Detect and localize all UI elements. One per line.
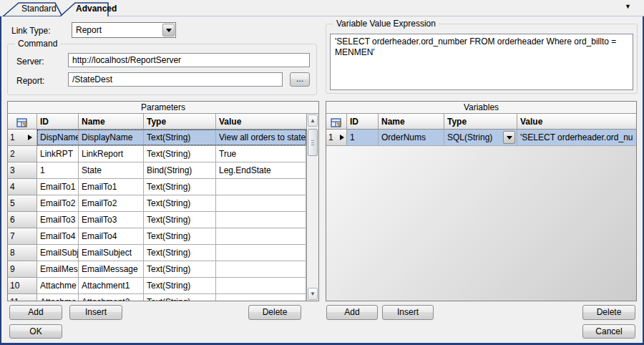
- command-group-title: Command: [15, 39, 60, 49]
- parameters-grid-title: Parameters: [8, 102, 318, 114]
- variables-add-button[interactable]: Add: [326, 305, 378, 320]
- parameters-delete-button[interactable]: Delete: [248, 305, 301, 320]
- table-row[interactable]: 1 1 OrderNums SQL(String) 'SELECT orderh…: [326, 130, 636, 146]
- table-row[interactable]: 5 EmailTo2 EmailTo2 Text(String): [8, 195, 306, 212]
- parameters-column-header-id[interactable]: ID: [37, 114, 79, 130]
- server-input[interactable]: [68, 53, 310, 67]
- scrollbar-up-button[interactable]: ▲: [308, 115, 318, 127]
- variables-corner-header[interactable]: [326, 114, 347, 130]
- variables-rows: 1 1 OrderNums SQL(String) 'SELECT orderh…: [326, 130, 636, 301]
- parameters-header-row: ID Name Type Value: [8, 114, 306, 130]
- table-row[interactable]: 10 Attachme Attachment1 Text(String): [8, 278, 306, 294]
- row-header[interactable]: 3: [8, 162, 37, 179]
- variable-type-dropdown-button[interactable]: [503, 131, 515, 144]
- variables-insert-button[interactable]: Insert: [382, 305, 434, 320]
- table-row[interactable]: 8 EmailSubj EmailSubject Text(String): [8, 245, 306, 261]
- parameters-column-header-value[interactable]: Value: [216, 114, 306, 130]
- parameters-insert-button[interactable]: Insert: [69, 305, 122, 320]
- server-label: Server:: [16, 57, 44, 67]
- parameters-rows: 1 DispName DisplayName Text(String) View…: [8, 130, 306, 301]
- table-row[interactable]: 11 Attachme Attachment2 Text(String): [8, 294, 306, 301]
- chevron-down-icon: [507, 136, 512, 140]
- current-row-arrow-icon: [28, 135, 32, 140]
- parameters-add-button[interactable]: Add: [9, 305, 62, 320]
- row-header[interactable]: 9: [8, 261, 37, 278]
- link-editor-dialog: Standard Advanced ▼ Link Type: Report Co…: [0, 0, 644, 345]
- row-header[interactable]: 7: [8, 228, 37, 245]
- variables-column-header-name[interactable]: Name: [379, 114, 444, 130]
- parameters-column-header-name[interactable]: Name: [79, 114, 144, 130]
- table-row[interactable]: 2 LinkRPT LinkReport Text(String) True: [8, 146, 306, 162]
- current-row-arrow-icon: [340, 135, 344, 140]
- variables-header-row: ID Name Type Value: [326, 114, 636, 130]
- variables-grid-title: Variables: [326, 102, 636, 114]
- variables-grid: Variables ID Name Type Value 1 1 OrderNu…: [326, 101, 637, 301]
- expression-textarea[interactable]: 'SELECT orderheader.ord_number FROM orde…: [330, 34, 633, 90]
- command-group: Command: [7, 44, 317, 95]
- tab-standard[interactable]: Standard: [21, 4, 57, 14]
- parameters-corner-header[interactable]: [8, 114, 37, 130]
- table-row[interactable]: 4 EmailTo1 EmailTo1 Text(String): [8, 179, 306, 195]
- row-header[interactable]: 10: [8, 278, 37, 294]
- ok-button[interactable]: OK: [9, 324, 62, 339]
- row-header[interactable]: 6: [8, 212, 37, 228]
- link-type-combobox[interactable]: Report: [72, 22, 176, 38]
- expression-group-title: Variable Value Expression: [333, 19, 439, 29]
- row-header[interactable]: 11: [8, 294, 37, 301]
- table-icon: [16, 118, 29, 128]
- parameters-vertical-scrollbar[interactable]: ▲ ▼: [306, 114, 318, 301]
- chevron-down-icon[interactable]: ▼: [625, 3, 631, 10]
- variables-column-header-type[interactable]: Type: [444, 114, 517, 130]
- variables-column-header-id[interactable]: ID: [347, 114, 379, 130]
- parameters-grid: Parameters ID Name Type Value 1 DispName…: [7, 101, 319, 301]
- row-header[interactable]: 1: [8, 130, 37, 146]
- table-row[interactable]: 6 EmailTo3 EmailTo3 Text(String): [8, 212, 306, 228]
- link-type-label: Link Type:: [11, 26, 50, 36]
- table-icon: [331, 118, 343, 128]
- cancel-button[interactable]: Cancel: [582, 324, 635, 339]
- chevron-down-icon: [166, 29, 172, 32]
- row-header[interactable]: 4: [8, 179, 37, 195]
- browse-button[interactable]: ...: [290, 72, 310, 87]
- scrollbar-thumb[interactable]: [308, 129, 318, 156]
- scrollbar-grip-icon: [311, 140, 314, 141]
- table-row[interactable]: 9 EmailMes EmailMessage Text(String): [8, 261, 306, 278]
- scrollbar-down-button[interactable]: ▼: [308, 288, 318, 300]
- variables-column-header-value[interactable]: Value: [517, 114, 636, 130]
- table-row[interactable]: 3 1 State Bind(String) Leg.EndState: [8, 162, 306, 179]
- row-header[interactable]: 8: [8, 245, 37, 261]
- parameters-column-header-type[interactable]: Type: [144, 114, 216, 130]
- row-header[interactable]: 2: [8, 146, 37, 162]
- report-input[interactable]: [68, 72, 283, 87]
- link-type-value: Report: [76, 25, 102, 35]
- grid-empty-area: [326, 146, 636, 301]
- report-label: Report:: [16, 76, 44, 86]
- variables-delete-button[interactable]: Delete: [582, 305, 635, 320]
- table-row[interactable]: 7 EmailTo4 EmailTo4 Text(String): [8, 228, 306, 245]
- tab-advanced[interactable]: Advanced: [76, 4, 117, 14]
- table-row[interactable]: 1 DispName DisplayName Text(String) View…: [8, 130, 306, 146]
- row-header[interactable]: 1: [326, 130, 347, 146]
- row-header[interactable]: 5: [8, 195, 37, 212]
- link-type-dropdown-button[interactable]: [162, 24, 175, 37]
